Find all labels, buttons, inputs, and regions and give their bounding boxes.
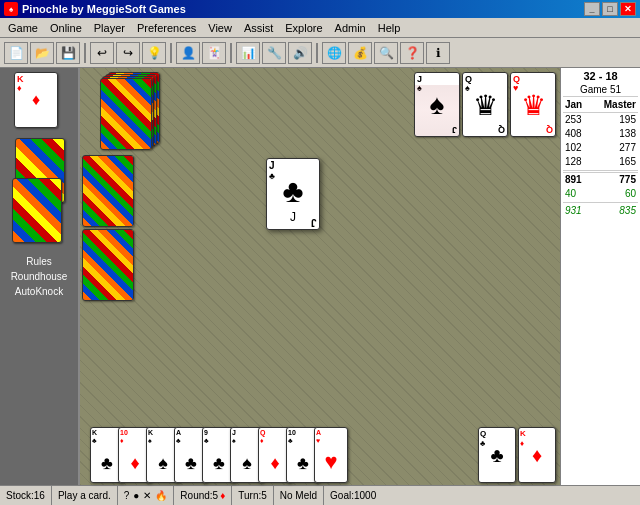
menu-explore[interactable]: Explore <box>279 20 328 36</box>
opponent-face-cards: J ♠ ♠ J Q ♠ ♛ Q Q ♥ ♛ Q <box>414 72 556 137</box>
info-icon[interactable]: ● <box>133 490 139 501</box>
left-deck <box>12 138 66 248</box>
game-label: Game 51 <box>563 84 638 95</box>
roundhouse-label[interactable]: Roundhouse <box>11 271 68 282</box>
score-r1-master: 138 <box>619 127 636 141</box>
cross-icon[interactable]: ✕ <box>143 490 151 501</box>
toolbar-save[interactable]: 💾 <box>56 42 80 64</box>
score-row-3: 128 165 <box>563 155 638 169</box>
total-master: 835 <box>619 204 636 218</box>
menu-bar: Game Online Player Preferences View Assi… <box>0 18 640 38</box>
subtotal-jan: 891 <box>565 173 582 187</box>
fire-icon[interactable]: 🔥 <box>155 490 167 501</box>
toolbar-sep4 <box>316 43 318 63</box>
help-icon[interactable]: ? <box>124 490 130 501</box>
menu-assist[interactable]: Assist <box>238 20 279 36</box>
toolbar-sep2 <box>170 43 172 63</box>
toolbar-options[interactable]: 🔧 <box>262 42 286 64</box>
score-row-2: 102 277 <box>563 141 638 155</box>
status-bar: Stock:16 Play a card. ? ● ✕ 🔥 Round:5 ♦ … <box>0 485 640 505</box>
toolbar-hint[interactable]: 💡 <box>142 42 166 64</box>
status-message: Play a card. <box>52 486 118 505</box>
title-buttons: _ □ ✕ <box>584 2 636 16</box>
score-col-headers: Jan Master <box>563 98 638 113</box>
toolbar-money[interactable]: 💰 <box>348 42 372 64</box>
hand-card-ah[interactable]: A ♥ ♥ <box>314 427 348 483</box>
score-panel: 32 - 18 Game 51 Jan Master 253 195 408 1… <box>560 68 640 485</box>
status-round: Round:5 ♦ <box>174 486 232 505</box>
master-header: Master <box>604 98 636 112</box>
opp-card-qh: Q ♥ ♛ Q <box>510 72 556 137</box>
right-card-qc[interactable]: Q ♣ ♣ <box>478 427 516 483</box>
toolbar-sep3 <box>230 43 232 63</box>
window-title: Pinochle by MeggieSoft Games <box>22 3 186 15</box>
trump-suit-icon: ♦ <box>220 490 225 501</box>
toolbar-help[interactable]: ❓ <box>400 42 424 64</box>
toolbar-open[interactable]: 📂 <box>30 42 54 64</box>
toolbar-player[interactable]: 👤 <box>176 42 200 64</box>
left-card-2 <box>12 178 62 243</box>
score-total: 931 835 <box>563 204 638 218</box>
toolbar-redo[interactable]: ↪ <box>116 42 140 64</box>
menu-player[interactable]: Player <box>88 20 131 36</box>
opp-card-js: J ♠ ♠ J <box>414 72 460 137</box>
status-turn: Turn:5 <box>232 486 274 505</box>
toolbar-sep1 <box>84 43 86 63</box>
toolbar-new[interactable]: 📄 <box>4 42 28 64</box>
score-row-1: 408 138 <box>563 127 638 141</box>
menu-admin[interactable]: Admin <box>329 20 372 36</box>
toolbar: 📄 📂 💾 ↩ ↪ 💡 👤 🃏 📊 🔧 🔊 🌐 💰 🔍 ❓ ℹ <box>0 38 640 68</box>
current-master: 60 <box>625 187 636 201</box>
game-area: K ♦ ♦ Rules Roundhouse AutoKnock <box>0 68 640 485</box>
opponent-top-area <box>90 70 330 155</box>
left-panel: K ♦ ♦ Rules Roundhouse AutoKnock <box>0 68 80 485</box>
toolbar-cards[interactable]: 🃏 <box>202 42 226 64</box>
deck-pile <box>100 70 190 150</box>
west-card-2 <box>82 229 134 301</box>
player-hand: K ♣ ♣ 10 ♦ ♦ K ♠ ♠ A ♣ ♣ <box>90 427 342 483</box>
close-button[interactable]: ✕ <box>620 2 636 16</box>
status-meld: No Meld <box>274 486 324 505</box>
rules-label[interactable]: Rules <box>26 256 52 267</box>
menu-view[interactable]: View <box>202 20 238 36</box>
played-card: J ♣ ♣ J J <box>266 158 320 230</box>
score-r3-master: 165 <box>619 155 636 169</box>
right-hand-cards: Q ♣ ♣ K ♦ ♦ <box>478 427 556 483</box>
right-card-kd[interactable]: K ♦ ♦ <box>518 427 556 483</box>
maximize-button[interactable]: □ <box>602 2 618 16</box>
menu-help[interactable]: Help <box>372 20 407 36</box>
score-r3-jan: 128 <box>565 155 582 169</box>
opp-card-qs: Q ♠ ♛ Q <box>462 72 508 137</box>
score-r2-jan: 102 <box>565 141 582 155</box>
board: J ♠ ♠ J Q ♠ ♛ Q Q ♥ ♛ Q <box>80 68 560 485</box>
toolbar-sound[interactable]: 🔊 <box>288 42 312 64</box>
total-jan: 931 <box>565 204 582 218</box>
toolbar-stats[interactable]: 📊 <box>236 42 260 64</box>
score-r0-master: 195 <box>619 113 636 127</box>
king-diamonds-indicator: K ♦ ♦ <box>14 72 58 128</box>
autoknock-label[interactable]: AutoKnock <box>15 286 63 297</box>
toolbar-explore[interactable]: 🔍 <box>374 42 398 64</box>
toolbar-network[interactable]: 🌐 <box>322 42 346 64</box>
minimize-button[interactable]: _ <box>584 2 600 16</box>
west-cards <box>80 153 136 303</box>
score-header: 32 - 18 <box>563 70 638 82</box>
deck-card-4 <box>100 78 152 150</box>
status-goal: Goal:1000 <box>324 486 382 505</box>
score-r1-jan: 408 <box>565 127 582 141</box>
jan-header: Jan <box>565 98 582 112</box>
app-icon: ♠ <box>4 2 18 16</box>
score-current: 40 60 <box>563 187 638 201</box>
score-subtotal: 891 775 <box>563 172 638 187</box>
status-stock: Stock:16 <box>0 486 52 505</box>
toolbar-undo[interactable]: ↩ <box>90 42 114 64</box>
status-icons: ? ● ✕ 🔥 <box>118 486 175 505</box>
score-row-0: 253 195 <box>563 113 638 127</box>
score-r2-master: 277 <box>619 141 636 155</box>
menu-preferences[interactable]: Preferences <box>131 20 202 36</box>
toolbar-about[interactable]: ℹ <box>426 42 450 64</box>
menu-game[interactable]: Game <box>2 20 44 36</box>
menu-online[interactable]: Online <box>44 20 88 36</box>
subtotal-master: 775 <box>619 173 636 187</box>
title-bar: ♠ Pinochle by MeggieSoft Games _ □ ✕ <box>0 0 640 18</box>
